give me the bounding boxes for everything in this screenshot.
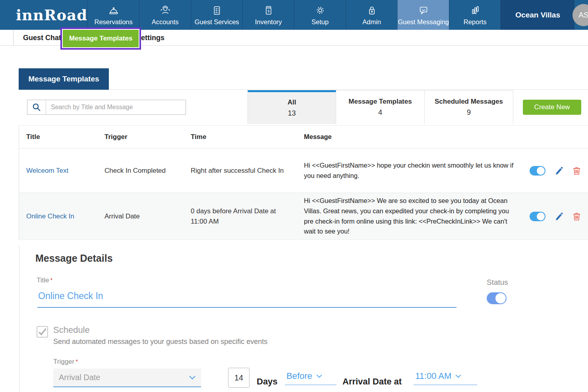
schedule-label: Schedule	[53, 325, 90, 335]
template-title-link[interactable]: Online Check In	[19, 212, 104, 220]
days-label: Days	[257, 377, 278, 387]
edit-pencil-icon[interactable]	[555, 166, 563, 175]
time-select-value: 11:00 AM	[415, 371, 451, 381]
nav-item-label: Guest Services	[195, 18, 239, 26]
nav-item-inventory[interactable]: $ Inventory	[242, 0, 294, 30]
gear-icon	[314, 4, 326, 16]
nav-item-label: Reports	[464, 18, 487, 26]
status-label: Status	[487, 278, 508, 287]
details-heading: Message Details	[35, 253, 113, 264]
filter-count: 9	[467, 108, 471, 117]
lock-icon	[366, 4, 378, 16]
arrival-date-at-label: Arrival Date at	[342, 377, 402, 387]
bell-icon	[108, 4, 120, 16]
nav-item-guest-services[interactable]: Guest Services	[191, 0, 242, 30]
status-toggle[interactable]	[487, 292, 507, 304]
row-actions	[518, 166, 588, 176]
people-icon	[159, 4, 171, 16]
sub-navbar: Guest Chat Message Templates Settings	[0, 30, 588, 46]
message-details-panel: Message Details Title* Status Schedule S…	[19, 245, 588, 392]
table-header: Title Trigger Time Message	[19, 126, 588, 148]
search-box	[27, 100, 186, 115]
nav-item-setup[interactable]: Setup	[294, 0, 346, 30]
template-time: Right after successful Check In	[191, 166, 304, 176]
chevron-down-icon	[189, 374, 195, 381]
nav-item-label: Guest Messaging	[398, 18, 449, 26]
template-message: Hi <<GuestFirstName>> We are so excited …	[304, 196, 518, 236]
subnav-divider	[13, 30, 14, 46]
innroad-logo: innRoad	[0, 0, 87, 30]
required-asterisk: *	[50, 276, 53, 283]
days-input[interactable]	[228, 368, 250, 388]
row-actions	[518, 212, 588, 221]
nav-item-accounts[interactable]: Accounts	[139, 0, 191, 30]
nav-item-label: Setup	[311, 18, 329, 26]
chevron-down-icon	[455, 373, 461, 380]
search-input[interactable]	[46, 100, 186, 114]
subnav-item-message-templates[interactable]: Message Templates	[63, 30, 139, 47]
template-message: Hi <<GuestFirstName>> hope your checkin …	[304, 160, 518, 181]
table-row: Online Check In Arrival Date 0 days befo…	[19, 193, 588, 240]
nav-item-label: Inventory	[255, 18, 282, 26]
before-after-value: Before	[286, 371, 312, 381]
filter-label: All	[288, 98, 296, 106]
time-select[interactable]: 11:00 AM	[414, 371, 477, 385]
nav-item-guest-messaging[interactable]: Guest Messaging	[397, 0, 449, 30]
svg-text:$: $	[267, 9, 270, 13]
filter-count: 4	[378, 108, 382, 117]
schedule-checkbox[interactable]	[37, 326, 48, 338]
schedule-caption: Send automated messages to your guests b…	[53, 338, 267, 346]
column-header-time: Time	[191, 132, 304, 142]
nav-item-label: Reservations	[94, 18, 132, 26]
nav-item-admin[interactable]: Admin	[346, 0, 397, 30]
title-input[interactable]	[37, 291, 456, 308]
nav-item-label: Accounts	[152, 18, 179, 26]
edit-pencil-icon[interactable]	[555, 212, 563, 221]
templates-table: Title Trigger Time Message Welceom Text …	[19, 125, 588, 240]
title-label: Title*	[37, 276, 52, 284]
column-header-title: Title	[19, 133, 104, 141]
tab-message-templates[interactable]: Message Templates	[19, 68, 109, 90]
app-root: innRoad Reservations Accounts Guest Serv…	[0, 0, 588, 392]
delete-trash-icon[interactable]	[573, 166, 581, 175]
filter-tab-scheduled-messages[interactable]: Scheduled Messages 9	[425, 90, 513, 124]
chevron-down-icon	[316, 373, 322, 380]
chat-icon	[418, 4, 429, 16]
property-selector[interactable]: Ocean Villas	[501, 0, 574, 30]
search-icon[interactable]	[27, 100, 46, 114]
template-title-link[interactable]: Welceom Text	[19, 167, 104, 175]
template-trigger: Check In Completed	[104, 167, 191, 175]
filter-label: Scheduled Messages	[435, 98, 503, 106]
filter-tab-message-templates[interactable]: Message Templates 4	[336, 90, 425, 124]
nav-item-label: Admin	[362, 18, 381, 26]
top-navbar: innRoad Reservations Accounts Guest Serv…	[0, 0, 588, 30]
template-time: 0 days before Arrival Date at 11:00 AM	[191, 206, 304, 226]
highlight-box: Message Templates	[60, 27, 141, 50]
filter-count: 13	[288, 109, 296, 118]
create-new-button[interactable]: Create New	[523, 100, 581, 115]
jar-icon: $	[263, 4, 275, 16]
table-row: Welceom Text Check In Completed Right af…	[19, 148, 588, 193]
enable-toggle[interactable]	[530, 212, 545, 221]
nav-item-reservations[interactable]: Reservations	[87, 0, 139, 30]
filter-tab-all[interactable]: All 13	[248, 90, 336, 124]
filter-label: Message Templates	[348, 98, 412, 106]
trigger-select[interactable]: Arrival Date	[53, 369, 201, 387]
checklist-icon	[211, 4, 223, 16]
before-after-select[interactable]: Before	[285, 371, 337, 385]
trigger-select-value: Arrival Date	[59, 373, 100, 382]
subnav-item-guest-chat[interactable]: Guest Chat	[23, 30, 61, 46]
required-asterisk: *	[75, 358, 78, 365]
bar-chart-icon	[469, 4, 481, 16]
column-header-trigger: Trigger	[104, 133, 191, 141]
nav-item-reports[interactable]: Reports	[449, 0, 501, 30]
column-header-message: Message	[304, 132, 518, 142]
delete-trash-icon[interactable]	[573, 212, 581, 221]
trigger-label: Trigger*	[53, 358, 78, 366]
template-trigger: Arrival Date	[104, 212, 191, 220]
filter-tabs: All 13 Message Templates 4 Scheduled Mes…	[248, 90, 513, 124]
enable-toggle[interactable]	[530, 166, 545, 176]
